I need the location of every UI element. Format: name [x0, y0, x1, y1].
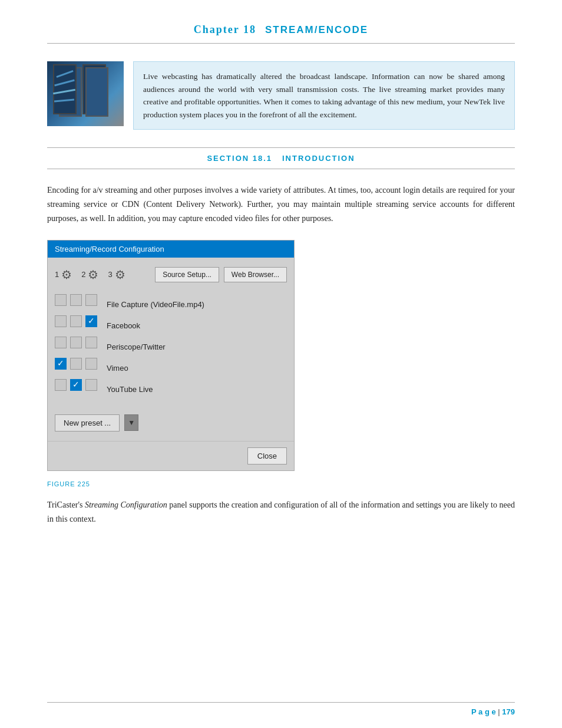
- checkbox-3-3[interactable]: [85, 337, 97, 348]
- chapter-title: Chapter 18 STREAM/ENCODE: [47, 24, 515, 36]
- body2-prefix: TriCaster's: [47, 500, 85, 509]
- figure-caption: FIGURE 225: [47, 480, 515, 487]
- channel-labels: File Capture (VideoFile.mp4) Facebook Pe…: [104, 294, 287, 400]
- web-browser-button[interactable]: Web Browser...: [224, 267, 287, 282]
- section-header: SECTION 18.1 INTRODUCTION: [47, 147, 515, 169]
- checkbox-5-1[interactable]: [55, 379, 67, 391]
- new-preset-row: New preset ... ▼: [55, 414, 287, 431]
- gear-item-1: 1 ⚙: [55, 268, 72, 282]
- checkbox-col-2: ✓: [70, 294, 82, 400]
- intro-text-box: Live webcasting has dramatically altered…: [133, 61, 515, 130]
- checkbox-3-2[interactable]: [70, 337, 82, 348]
- section-number: SECTION 18.1: [207, 154, 272, 163]
- checkbox-5-2[interactable]: ✓: [70, 379, 82, 391]
- section-title: INTRODUCTION: [282, 154, 355, 163]
- preset-dropdown-arrow[interactable]: ▼: [124, 414, 138, 431]
- config-close-row: Close: [48, 441, 294, 470]
- intro-text: Live webcasting has dramatically altered…: [143, 72, 505, 119]
- channel-label-5: YouTube Live: [104, 379, 287, 400]
- page-number: P a g e | 179: [471, 707, 515, 716]
- channel-label-3: Periscope/Twitter: [104, 337, 287, 358]
- checkbox-col-1: ✓: [55, 294, 67, 400]
- spacer: [55, 400, 287, 410]
- body-text-2: TriCaster's Streaming Configuration pane…: [47, 498, 515, 526]
- gear-icon-3: ⚙: [115, 268, 125, 282]
- gear-item-3: 3 ⚙: [108, 268, 125, 282]
- channel-list: ✓ ✓ ✓: [55, 294, 287, 400]
- page: Chapter 18 STREAM/ENCODE Live webcasting…: [0, 0, 562, 728]
- checkbox-1-2[interactable]: [70, 294, 82, 306]
- page-num: 179: [502, 707, 515, 716]
- checkbox-4-3[interactable]: [85, 358, 97, 370]
- section-header-text: SECTION 18.1 INTRODUCTION: [47, 154, 515, 163]
- checkbox-3-1[interactable]: [55, 337, 67, 348]
- gear-icon-2: ⚙: [88, 268, 98, 282]
- config-panel-body: 1 ⚙ 2 ⚙ 3 ⚙ Source Setup... Web Browser.…: [48, 258, 294, 441]
- gear-icon-1: ⚙: [61, 268, 72, 282]
- checkbox-2-3[interactable]: ✓: [85, 315, 97, 327]
- chapter-header: Chapter 18 STREAM/ENCODE: [47, 24, 515, 44]
- checkbox-4-1[interactable]: ✓: [55, 358, 67, 370]
- checkbox-1-3[interactable]: [85, 294, 97, 306]
- chapter-number: Chapter 18: [194, 24, 256, 35]
- body2-italic: Streaming Configuration: [85, 500, 167, 509]
- channel-label-4: Vimeo: [104, 358, 287, 379]
- checkbox-2-1[interactable]: [55, 315, 67, 327]
- checkbox-5-3[interactable]: [85, 379, 97, 391]
- channel-label-2: Facebook: [104, 315, 287, 337]
- intro-image: [47, 61, 124, 126]
- streaming-config-panel: Streaming/Record Configuration 1 ⚙ 2 ⚙ 3…: [47, 240, 295, 471]
- gear-item-2: 2 ⚙: [81, 268, 98, 282]
- checkbox-2-2[interactable]: [70, 315, 82, 327]
- page-label: P a g e: [471, 707, 496, 716]
- gear-group: 1 ⚙ 2 ⚙ 3 ⚙: [55, 268, 150, 282]
- checkbox-columns: ✓ ✓ ✓: [55, 294, 97, 400]
- channel-label-1: File Capture (VideoFile.mp4): [104, 294, 287, 315]
- config-panel-title: Streaming/Record Configuration: [48, 241, 294, 258]
- checkbox-1-1[interactable]: [55, 294, 67, 306]
- source-setup-button[interactable]: Source Setup...: [155, 267, 219, 282]
- page-footer: P a g e | 179: [47, 702, 515, 716]
- checkbox-col-3: ✓: [85, 294, 97, 400]
- close-button[interactable]: Close: [247, 447, 287, 465]
- new-preset-button[interactable]: New preset ...: [55, 414, 120, 431]
- chapter-title-text: STREAM/ENCODE: [265, 24, 368, 35]
- intro-block: Live webcasting has dramatically altered…: [47, 61, 515, 130]
- config-top-row: 1 ⚙ 2 ⚙ 3 ⚙ Source Setup... Web Browser.…: [55, 267, 287, 282]
- body-text-1: Encoding for a/v streaming and other pur…: [47, 183, 515, 225]
- checkbox-4-2[interactable]: [70, 358, 82, 370]
